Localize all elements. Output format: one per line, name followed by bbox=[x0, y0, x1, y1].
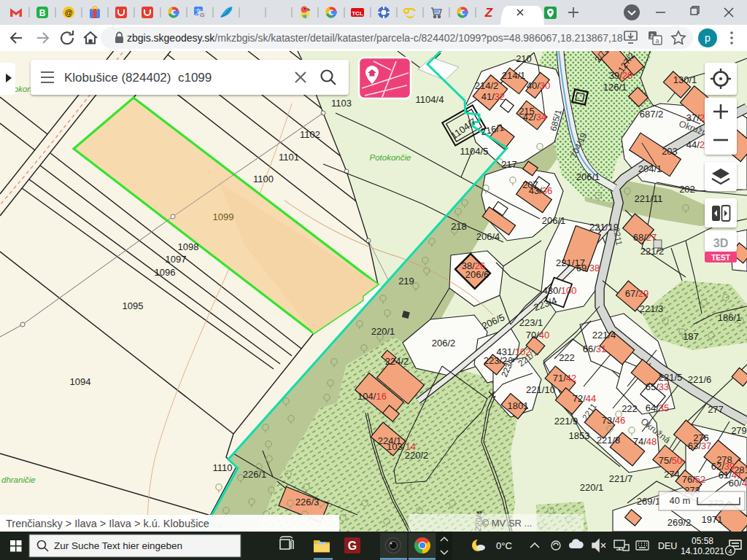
svg-text:1971: 1971 bbox=[702, 514, 723, 525]
svg-text:@: @ bbox=[65, 8, 73, 17]
svg-text:218: 218 bbox=[451, 221, 467, 232]
svg-text:206/4: 206/4 bbox=[476, 231, 500, 242]
svg-text:73/46: 73/46 bbox=[602, 415, 626, 426]
svg-text:40/30: 40/30 bbox=[527, 80, 551, 91]
svg-text:1801: 1801 bbox=[508, 400, 529, 411]
svg-text:186/1: 186/1 bbox=[718, 312, 742, 323]
svg-text:222: 222 bbox=[622, 403, 638, 414]
svg-text:221/11: 221/11 bbox=[635, 193, 663, 204]
svg-text:274: 274 bbox=[664, 469, 680, 480]
svg-text:TCL: TCL bbox=[352, 10, 363, 17]
svg-text:60/43: 60/43 bbox=[729, 478, 747, 489]
svg-text:1098: 1098 bbox=[178, 241, 199, 252]
svg-text:214/1: 214/1 bbox=[502, 70, 526, 81]
svg-text:Z: Z bbox=[484, 6, 493, 20]
svg-text:a: a bbox=[655, 37, 659, 44]
svg-text:221/4: 221/4 bbox=[592, 330, 616, 341]
svg-text:70/40: 70/40 bbox=[526, 330, 550, 341]
svg-text:204/1: 204/1 bbox=[638, 163, 662, 174]
svg-text:3D: 3D bbox=[713, 237, 728, 249]
svg-text:222: 222 bbox=[559, 352, 575, 363]
svg-text:1102: 1102 bbox=[300, 129, 320, 140]
svg-text:Klobušice (824402) c1099: Klobušice (824402) c1099 bbox=[64, 71, 212, 85]
svg-text:269/1: 269/1 bbox=[637, 496, 661, 507]
svg-text:203: 203 bbox=[662, 146, 678, 157]
svg-text:221/3: 221/3 bbox=[640, 303, 664, 314]
svg-text:Potokončie: Potokončie bbox=[370, 153, 411, 162]
svg-text:206/1: 206/1 bbox=[542, 215, 566, 226]
svg-text:67/29: 67/29 bbox=[625, 288, 649, 299]
svg-text:226/1: 226/1 bbox=[243, 469, 267, 480]
svg-text:dhraničie: dhraničie bbox=[1, 475, 36, 484]
svg-text:4: 4 bbox=[728, 548, 732, 555]
svg-text:40 m: 40 m bbox=[670, 495, 691, 506]
svg-text:zbgis.skgeodesy.sk/mkzbgis/sk/: zbgis.skgeodesy.sk/mkzbgis/sk/kataster/d… bbox=[127, 32, 623, 44]
svg-text:221/10: 221/10 bbox=[526, 384, 555, 395]
svg-text:269/2: 269/2 bbox=[667, 517, 692, 528]
svg-text:14.10.2021: 14.10.2021 bbox=[681, 546, 724, 556]
svg-text:210: 210 bbox=[516, 53, 532, 64]
svg-text:220/1: 220/1 bbox=[371, 326, 395, 337]
svg-text:68/27: 68/27 bbox=[633, 232, 657, 243]
svg-text:42/34: 42/34 bbox=[523, 112, 547, 122]
svg-text:1099: 1099 bbox=[213, 211, 234, 222]
svg-text:1853: 1853 bbox=[569, 430, 590, 441]
svg-text:72/44: 72/44 bbox=[573, 393, 597, 404]
svg-text:65/33: 65/33 bbox=[646, 381, 670, 392]
svg-text:221/6: 221/6 bbox=[688, 374, 712, 385]
svg-text:G: G bbox=[200, 12, 204, 18]
svg-text:Zur Suche Text hier eingeben: Zur Suche Text hier eingeben bbox=[54, 540, 182, 551]
svg-text:1104/5: 1104/5 bbox=[460, 146, 489, 157]
svg-text:1097: 1097 bbox=[166, 254, 187, 265]
svg-text:DEU: DEU bbox=[658, 541, 677, 551]
svg-text:226/3: 226/3 bbox=[295, 497, 320, 508]
svg-text:TEST: TEST bbox=[711, 254, 730, 262]
svg-text:1094: 1094 bbox=[70, 376, 91, 387]
svg-text:43/36: 43/36 bbox=[529, 185, 553, 196]
svg-text:104/16: 104/16 bbox=[357, 391, 387, 402]
svg-text:221/2: 221/2 bbox=[640, 246, 665, 257]
svg-text:206/1: 206/1 bbox=[576, 171, 600, 182]
svg-text:217: 217 bbox=[501, 159, 517, 170]
svg-text:B: B bbox=[39, 8, 46, 18]
svg-text:Trenčiansky > Ilava > Ilava >: Trenčiansky > Ilava > Ilava > k.ú. Klobu… bbox=[6, 518, 209, 529]
svg-text:1103: 1103 bbox=[331, 98, 352, 109]
svg-text:187: 187 bbox=[683, 331, 699, 342]
svg-text:63/37: 63/37 bbox=[688, 440, 712, 451]
svg-text:41/32: 41/32 bbox=[481, 91, 506, 102]
svg-text:220/1: 220/1 bbox=[580, 482, 604, 493]
svg-text:221/7: 221/7 bbox=[609, 473, 633, 484]
svg-text:1101: 1101 bbox=[279, 152, 299, 163]
svg-text:130/1: 130/1 bbox=[673, 74, 697, 85]
svg-text:05:58: 05:58 bbox=[692, 536, 713, 546]
svg-text:219: 219 bbox=[398, 276, 414, 287]
svg-text:1104/4: 1104/4 bbox=[416, 94, 444, 105]
svg-text:0°C: 0°C bbox=[496, 540, 512, 551]
svg-text:1100: 1100 bbox=[253, 174, 274, 184]
svg-text:74/48: 74/48 bbox=[633, 436, 657, 447]
svg-text:206/2: 206/2 bbox=[432, 338, 456, 349]
svg-text:69/38: 69/38 bbox=[576, 262, 600, 273]
svg-text:126/1: 126/1 bbox=[603, 82, 627, 93]
svg-text:64/35: 64/35 bbox=[646, 402, 670, 413]
svg-text:430/100: 430/100 bbox=[542, 285, 576, 296]
svg-text:221/8: 221/8 bbox=[597, 435, 621, 446]
svg-text:76/52: 76/52 bbox=[682, 474, 706, 485]
svg-text:1095: 1095 bbox=[123, 300, 144, 311]
svg-text:202: 202 bbox=[679, 184, 695, 195]
svg-text:103/14: 103/14 bbox=[387, 441, 416, 452]
svg-text:© MV SR ...: © MV SR ... bbox=[482, 518, 533, 529]
svg-text:p: p bbox=[705, 32, 711, 44]
svg-text:277: 277 bbox=[708, 404, 724, 415]
svg-text:221/9: 221/9 bbox=[554, 416, 578, 427]
svg-text:66/31: 66/31 bbox=[583, 343, 607, 354]
svg-text:214/2: 214/2 bbox=[475, 80, 499, 91]
svg-text:38/26: 38/26 bbox=[462, 260, 486, 271]
svg-text:279: 279 bbox=[731, 425, 747, 436]
svg-text:687/2: 687/2 bbox=[640, 109, 664, 120]
svg-text:1110: 1110 bbox=[213, 462, 233, 473]
svg-text:71/42: 71/42 bbox=[553, 373, 577, 384]
svg-text:224/2: 224/2 bbox=[385, 356, 409, 367]
svg-text:75/50: 75/50 bbox=[659, 455, 683, 466]
svg-text:G: G bbox=[348, 540, 357, 552]
